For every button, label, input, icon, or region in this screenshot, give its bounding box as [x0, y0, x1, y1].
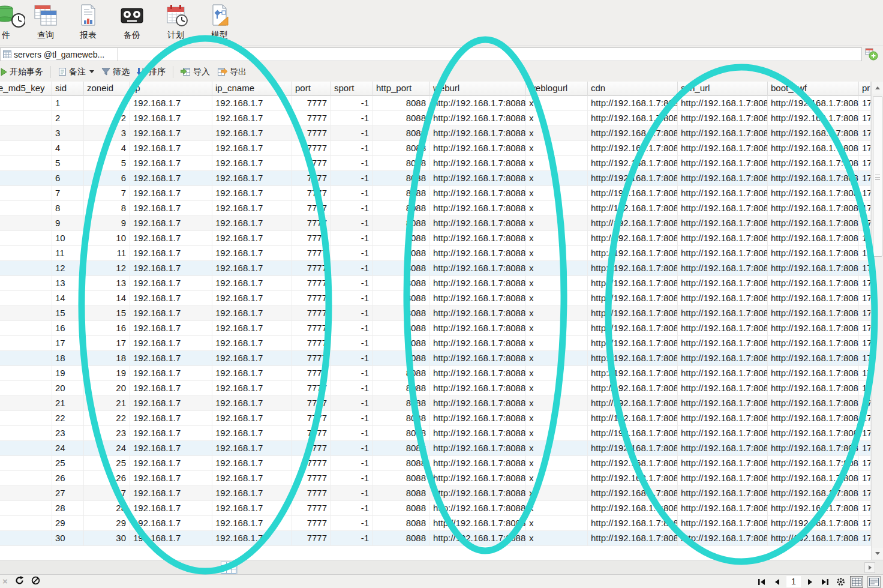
cell-port[interactable]: 7777 [292, 276, 331, 291]
cell-port[interactable]: 7777 [292, 456, 331, 471]
cell-e_md5_key[interactable] [0, 141, 52, 156]
cell-sid[interactable]: 7 [52, 186, 84, 201]
cell-weburl[interactable]: http://192.168.1.7:8088 [430, 126, 526, 141]
column-header-syn_url[interactable]: syn_url [678, 82, 768, 96]
cell-weblogurl[interactable]: x [526, 321, 588, 336]
cell-e_md5_key[interactable] [0, 186, 52, 201]
cell-zoneid[interactable]: 9 [84, 216, 130, 231]
cell-http_port[interactable]: 8088 [373, 336, 430, 351]
page-number-field[interactable]: 1 [786, 576, 801, 587]
cell-port[interactable]: 7777 [292, 351, 331, 366]
table-row[interactable]: 1515192.168.1.7192.168.1.77777-18088http… [0, 306, 871, 321]
next-page-button[interactable] [805, 577, 816, 587]
cell-e_md5_key[interactable] [0, 156, 52, 171]
cell-weburl[interactable]: http://192.168.1.7:8088 [430, 471, 526, 486]
cell-ip_cname[interactable]: 192.168.1.7 [212, 411, 292, 426]
cell-ip[interactable]: 192.168.1.7 [130, 366, 212, 381]
cell-sid[interactable]: 25 [52, 456, 84, 471]
cell-e_md5_key[interactable] [0, 231, 52, 246]
table-row[interactable]: 2323192.168.1.7192.168.1.77777-18088http… [0, 426, 871, 441]
cell-cdn[interactable]: http://192.168.1.7:8088 [588, 486, 678, 501]
table-row[interactable]: 2727192.168.1.7192.168.1.77777-18088http… [0, 486, 871, 501]
cell-sport[interactable]: -1 [331, 171, 373, 186]
cell-zoneid[interactable]: 27 [84, 486, 130, 501]
cell-cdn[interactable]: http://192.168.1.7:8088 [588, 141, 678, 156]
cell-sid[interactable]: 19 [52, 366, 84, 381]
cell-pr[interactable]: 17 [859, 486, 871, 501]
cell-boot_swf[interactable]: http://192.168.1.7:8088 [768, 426, 859, 441]
cell-ip[interactable]: 192.168.1.7 [130, 381, 212, 396]
cell-ip[interactable]: 192.168.1.7 [130, 426, 212, 441]
cell-sid[interactable]: 12 [52, 261, 84, 276]
cell-zoneid[interactable]: 19 [84, 366, 130, 381]
toolbar-item-model[interactable]: 模型 [200, 4, 239, 44]
cell-ip[interactable]: 192.168.1.7 [130, 531, 212, 546]
column-header-e_md5_key[interactable]: e_md5_key [0, 82, 52, 96]
table-row[interactable]: 1313192.168.1.7192.168.1.77777-18088http… [0, 276, 871, 291]
cell-zoneid[interactable]: 6 [84, 171, 130, 186]
cell-sid[interactable]: 18 [52, 351, 84, 366]
cell-port[interactable]: 7777 [292, 126, 331, 141]
cell-ip[interactable]: 192.168.1.7 [130, 231, 212, 246]
toolbar-item-query[interactable]: 查询 [26, 4, 65, 44]
cell-boot_swf[interactable]: http://192.168.1.7:8088 [768, 486, 859, 501]
column-header-ip[interactable]: ip [130, 82, 212, 96]
cell-port[interactable]: 7777 [292, 441, 331, 456]
cell-e_md5_key[interactable] [0, 396, 52, 411]
table-row[interactable]: 3030192.168.1.7192.168.1.77777-18088http… [0, 531, 871, 546]
cell-syn_url[interactable]: http://192.168.1.7:8088 [678, 171, 768, 186]
cell-port[interactable]: 7777 [292, 516, 331, 531]
cell-syn_url[interactable]: http://192.168.1.7:8088 [678, 456, 768, 471]
cell-sport[interactable]: -1 [331, 336, 373, 351]
column-header-zoneid[interactable]: zoneid [84, 82, 130, 96]
cell-sport[interactable]: -1 [331, 111, 373, 126]
import-button[interactable]: 导入 [177, 65, 214, 79]
cell-e_md5_key[interactable] [0, 336, 52, 351]
cell-e_md5_key[interactable] [0, 276, 52, 291]
cell-weburl[interactable]: http://192.168.1.7:8088 [430, 216, 526, 231]
cell-ip_cname[interactable]: 192.168.1.7 [212, 261, 292, 276]
cell-e_md5_key[interactable] [0, 171, 52, 186]
cell-pr[interactable]: 17 [859, 156, 871, 171]
cell-ip_cname[interactable]: 192.168.1.7 [212, 276, 292, 291]
cell-ip[interactable]: 192.168.1.7 [130, 291, 212, 306]
cell-boot_swf[interactable]: http://192.168.1.7:8088 [768, 351, 859, 366]
cell-port[interactable]: 7777 [292, 141, 331, 156]
cell-e_md5_key[interactable] [0, 126, 52, 141]
cell-e_md5_key[interactable] [0, 486, 52, 501]
cell-http_port[interactable]: 8088 [373, 246, 430, 261]
cell-cdn[interactable]: http://192.168.1.7:8088 [588, 516, 678, 531]
toolbar-item-events[interactable]: 件 [0, 4, 25, 44]
cell-syn_url[interactable]: http://192.168.1.7:8088 [678, 276, 768, 291]
cell-cdn[interactable]: http://192.168.1.7:8088 [588, 156, 678, 171]
cell-boot_swf[interactable]: http://192.168.1.7:8088 [768, 111, 859, 126]
cell-boot_swf[interactable]: http://192.168.1.7:8088 [768, 201, 859, 216]
column-header-weburl[interactable]: weburl [430, 82, 526, 96]
cell-weburl[interactable]: http://192.168.1.7:8088 [430, 201, 526, 216]
cell-boot_swf[interactable]: http://192.168.1.7:8088 [768, 411, 859, 426]
cell-boot_swf[interactable]: http://192.168.1.7:8088 [768, 321, 859, 336]
cell-ip[interactable]: 192.168.1.7 [130, 111, 212, 126]
cell-zoneid[interactable]: 15 [84, 306, 130, 321]
cell-weburl[interactable]: http://192.168.1.7:8088 [430, 156, 526, 171]
column-header-boot_swf[interactable]: boot_swf [768, 82, 859, 96]
cell-ip[interactable]: 192.168.1.7 [130, 396, 212, 411]
cell-cdn[interactable]: http://192.168.1.7:8088 [588, 216, 678, 231]
vertical-scrollbar-thumb[interactable] [873, 96, 882, 257]
cell-weburl[interactable]: http://192.168.1.7:8088 [430, 306, 526, 321]
cell-syn_url[interactable]: http://192.168.1.7:8088 [678, 141, 768, 156]
cell-sport[interactable]: -1 [331, 246, 373, 261]
cell-weblogurl[interactable]: x [526, 216, 588, 231]
cell-port[interactable]: 7777 [292, 381, 331, 396]
cell-http_port[interactable]: 8088 [373, 111, 430, 126]
cell-ip_cname[interactable]: 192.168.1.7 [212, 246, 292, 261]
cell-cdn[interactable]: http://192.168.1.7:8088 [588, 321, 678, 336]
cell-zoneid[interactable]: 23 [84, 426, 130, 441]
table-row[interactable]: 2121192.168.1.7192.168.1.77777-18088http… [0, 396, 871, 411]
cell-zoneid[interactable]: 4 [84, 141, 130, 156]
cell-pr[interactable]: 17 [859, 516, 871, 531]
cell-zoneid[interactable]: 17 [84, 336, 130, 351]
cell-pr[interactable]: 17 [859, 96, 871, 111]
cell-cdn[interactable]: http://192.168.1.7:8088 [588, 246, 678, 261]
table-row[interactable]: 22192.168.1.7192.168.1.77777-18088http:/… [0, 111, 871, 126]
